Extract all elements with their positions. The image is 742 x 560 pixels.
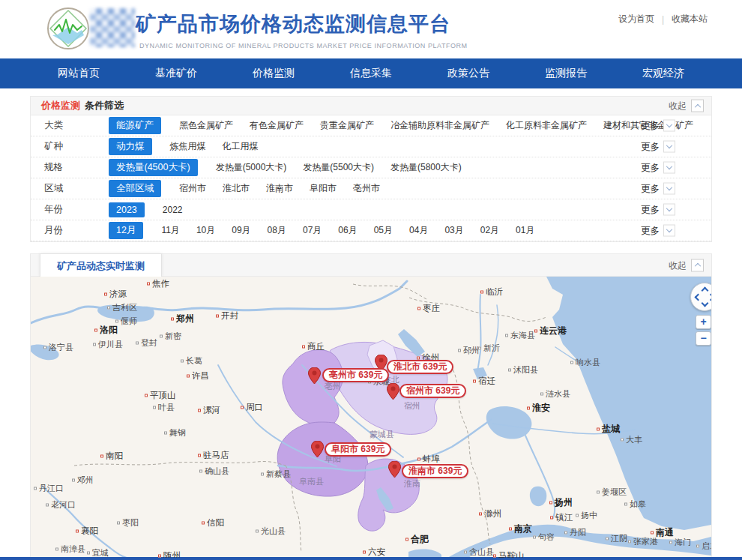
favorite-link[interactable]: 收藏本站 bbox=[672, 13, 708, 25]
chevron-down-box bbox=[663, 120, 675, 132]
top-links: 设为首页 | 收藏本站 bbox=[618, 13, 708, 25]
map-city-name: 丹江口 bbox=[39, 483, 64, 494]
map-city-label: 涟水县 bbox=[540, 388, 570, 400]
filter-option[interactable]: 发热量(5000大卡) bbox=[216, 161, 287, 174]
filter-option[interactable]: 淮南市 bbox=[266, 182, 293, 195]
filter-selected-option[interactable]: 全部区域 bbox=[109, 180, 161, 197]
map-city-name: 阜南县 bbox=[299, 476, 324, 487]
city-marker-icon bbox=[417, 457, 420, 460]
price-badge[interactable]: 淮北市 639元 bbox=[387, 360, 453, 374]
map-canvas[interactable]: 焦作济源吉利区偃师郑州开封洛阳新密登封伊川县洛宁县长葛许昌商丘平顶山叶县漯河周口… bbox=[31, 277, 711, 558]
filter-option[interactable]: 05月 bbox=[374, 224, 393, 237]
more-button[interactable]: 更多 bbox=[641, 119, 675, 132]
price-badge[interactable]: 宿州市 639元 bbox=[399, 384, 466, 398]
map-pin-icon[interactable] bbox=[388, 461, 401, 478]
map-pin-icon[interactable] bbox=[308, 367, 321, 384]
filter-option[interactable]: 化工原料非金属矿产 bbox=[506, 119, 587, 132]
map-pin-icon[interactable] bbox=[311, 441, 324, 457]
pan-right-icon[interactable] bbox=[708, 294, 711, 301]
city-marker-icon bbox=[509, 527, 512, 530]
pan-down-icon[interactable] bbox=[702, 300, 709, 307]
map-city-name: 宿迁 bbox=[478, 376, 495, 387]
filter-option[interactable]: 发热量(5800大卡) bbox=[390, 161, 462, 174]
zoom-in-button[interactable]: + bbox=[696, 315, 711, 329]
nav-item-2[interactable]: 基准矿价 bbox=[155, 67, 197, 80]
filter-row-6: 月份12月11月10月09月08月07月06月05月04月03月02月01月更多 bbox=[31, 220, 711, 241]
monitor-collapse-label: 收起 bbox=[669, 259, 687, 271]
filter-selected-option[interactable]: 12月 bbox=[109, 222, 143, 239]
filter-option[interactable]: 11月 bbox=[161, 224, 179, 237]
filter-option[interactable]: 07月 bbox=[303, 224, 322, 237]
filter-option[interactable]: 淮北市 bbox=[223, 182, 250, 195]
set-home-link[interactable]: 设为首页 bbox=[618, 13, 654, 25]
map-pin-icon[interactable] bbox=[387, 383, 399, 400]
filter-option[interactable]: 冶金辅助原料非金属矿产 bbox=[390, 119, 489, 132]
footer-bar bbox=[0, 557, 742, 560]
filter-option[interactable]: 08月 bbox=[268, 224, 286, 237]
site-title: 矿产品市场价格动态监测信息平台 bbox=[136, 10, 450, 37]
filter-row-label: 年份 bbox=[44, 203, 109, 216]
filter-option[interactable]: 化工用煤 bbox=[223, 140, 259, 153]
filter-panel: 价格监测 条件筛选 收起 大类能源矿产黑色金属矿产有色金属矿产贵重金属矿产冶金辅… bbox=[30, 96, 712, 242]
filter-selected-option[interactable]: 动力煤 bbox=[109, 138, 152, 155]
map-city-label: 新沂 bbox=[478, 343, 500, 354]
filter-option[interactable]: 炼焦用煤 bbox=[170, 140, 206, 153]
filter-option[interactable]: 阜阳市 bbox=[310, 182, 337, 195]
filter-panel-title: 条件筛选 bbox=[85, 99, 124, 112]
pan-left-icon[interactable] bbox=[695, 294, 702, 301]
filter-selected-option[interactable]: 2023 bbox=[109, 202, 145, 217]
city-marker-icon bbox=[100, 454, 103, 457]
map-city-label: 如皋 bbox=[624, 499, 646, 510]
more-button[interactable]: 更多 bbox=[641, 140, 675, 153]
city-marker-icon bbox=[115, 319, 118, 322]
more-button[interactable]: 更多 bbox=[641, 203, 675, 216]
map-city-label: 信阳 bbox=[202, 517, 224, 529]
more-button[interactable]: 更多 bbox=[641, 224, 675, 237]
map-city-name: 盐城 bbox=[602, 423, 620, 436]
zoom-out-button[interactable]: − bbox=[696, 331, 711, 346]
nav-item-4[interactable]: 信息采集 bbox=[350, 67, 392, 80]
filter-option[interactable]: 02月 bbox=[480, 224, 499, 237]
city-marker-icon bbox=[527, 406, 530, 409]
nav-item-3[interactable]: 价格监测 bbox=[253, 67, 295, 80]
filter-selected-option[interactable]: 能源矿产 bbox=[109, 117, 161, 134]
nav-item-7[interactable]: 宏观经济 bbox=[642, 67, 684, 80]
filter-option[interactable]: 06月 bbox=[338, 224, 357, 237]
map-city-name: 邓州 bbox=[77, 475, 94, 486]
map-city-name: 偃师 bbox=[121, 316, 137, 327]
filter-selected-option[interactable]: 发热量(4500大卡) bbox=[109, 159, 198, 176]
more-button[interactable]: 更多 bbox=[641, 182, 675, 195]
filter-option[interactable]: 04月 bbox=[409, 224, 428, 237]
nav-item-6[interactable]: 监测报告 bbox=[545, 67, 587, 80]
nav-item-1[interactable]: 网站首页 bbox=[58, 67, 100, 80]
price-badge[interactable]: 亳州市 639元 bbox=[322, 368, 389, 382]
map-city-label: 连云港 bbox=[534, 325, 567, 337]
city-marker-icon bbox=[104, 292, 107, 295]
filter-option[interactable]: 有色金属矿产 bbox=[250, 119, 304, 132]
nav-item-5[interactable]: 政策公告 bbox=[447, 67, 489, 80]
filter-option[interactable]: 贵重金属矿产 bbox=[320, 119, 374, 132]
filter-option[interactable]: 09月 bbox=[232, 224, 250, 237]
filter-option[interactable]: 亳州市 bbox=[353, 182, 380, 195]
price-badge[interactable]: 淮南市 639元 bbox=[402, 464, 468, 478]
city-marker-icon bbox=[550, 516, 553, 519]
map-city-name: 滁州 bbox=[484, 508, 501, 520]
monitor-collapse-button[interactable]: 收起 bbox=[669, 259, 704, 271]
map-city-name: 江阴 bbox=[611, 533, 627, 544]
tab-realtime-monitor[interactable]: 矿产品动态实时监测 bbox=[40, 253, 162, 277]
filter-option[interactable]: 黑色金属矿产 bbox=[179, 119, 233, 132]
more-button[interactable]: 更多 bbox=[641, 161, 675, 174]
map-city-label: 确山县 bbox=[199, 466, 229, 477]
map-city-name: 句容 bbox=[538, 532, 555, 543]
map-city-name: 叶县 bbox=[158, 402, 175, 413]
filter-option[interactable]: 10月 bbox=[196, 224, 215, 237]
price-badge[interactable]: 阜阳市 639元 bbox=[325, 442, 391, 457]
filter-option[interactable]: 2022 bbox=[163, 205, 183, 215]
city-marker-icon bbox=[241, 406, 244, 409]
filter-option[interactable]: 宿州市 bbox=[179, 182, 206, 195]
filter-collapse-button[interactable]: 收起 bbox=[669, 100, 704, 112]
filter-option[interactable]: 01月 bbox=[516, 224, 534, 237]
pan-up-icon[interactable] bbox=[702, 287, 709, 295]
filter-option[interactable]: 03月 bbox=[444, 224, 463, 237]
filter-option[interactable]: 发热量(5500大卡) bbox=[303, 161, 374, 174]
